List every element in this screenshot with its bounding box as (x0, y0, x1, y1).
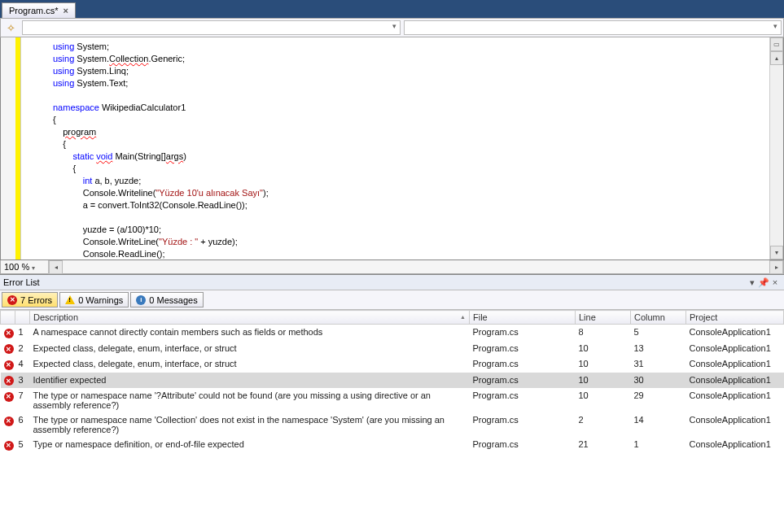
error-column: 14 (631, 412, 686, 437)
error-number: 6 (15, 412, 30, 437)
error-file: Program.cs (470, 388, 576, 412)
error-number: 3 (15, 373, 30, 389)
code-line[interactable]: { (48, 114, 769, 126)
error-row[interactable]: ✕7The type or namespace name '?Attribute… (1, 388, 784, 412)
code-line[interactable]: static void Main(String[]args) (48, 150, 769, 163)
code-line[interactable]: yuzde = (a/100)*10; (48, 224, 769, 236)
error-project: ConsoleApplication1 (686, 412, 784, 437)
close-icon[interactable]: × (64, 6, 68, 15)
editor-footer: 100 % ▾ ◂ ▸ (0, 260, 784, 274)
error-line: 10 (576, 356, 631, 373)
error-icon: ✕ (1, 437, 15, 453)
error-list-grid: Description▲FileLineColumnProject ✕1A na… (0, 309, 784, 532)
code-line[interactable]: Console.WriteLine("Yüzde : " + yuzde); (48, 236, 769, 248)
code-line[interactable]: using System.Collection.Generic; (48, 53, 769, 65)
error-icon: ✕ (1, 373, 15, 389)
error-line: 10 (576, 341, 631, 357)
types-dropdown[interactable] (22, 20, 401, 35)
code-line[interactable]: int a, b, yuzde; (48, 175, 769, 187)
column-header[interactable] (1, 311, 15, 325)
error-row[interactable]: ✕4Expected class, delegate, enum, interf… (1, 356, 784, 373)
code-editor: using System;−using System.Collection.Ge… (0, 37, 784, 260)
scroll-down-icon[interactable]: ▾ (770, 246, 783, 259)
error-file: Program.cs (470, 325, 576, 341)
error-number: 2 (15, 341, 30, 357)
error-line: 21 (576, 437, 631, 453)
error-row[interactable]: ✕6The type or namespace name 'Collection… (1, 412, 784, 437)
code-line[interactable]: using System;− (48, 41, 769, 53)
error-column: 29 (631, 388, 686, 412)
tab-title: Program.cs* (9, 6, 59, 15)
messages-filter[interactable]: i 0 Messages (130, 292, 203, 307)
column-header[interactable]: Description▲ (30, 311, 470, 325)
pin-icon[interactable]: 📌 (758, 277, 769, 288)
code-area[interactable]: using System;−using System.Collection.Ge… (48, 37, 769, 259)
error-project: ConsoleApplication1 (686, 388, 784, 412)
code-line[interactable]: { (48, 138, 769, 150)
editor-gutter (1, 37, 48, 259)
error-description: Type or namespace definition, or end-of-… (30, 437, 470, 453)
code-line[interactable]: using System.Linq; (48, 65, 769, 77)
error-row[interactable]: ✕2Expected class, delegate, enum, interf… (1, 341, 784, 357)
window-position-icon[interactable]: ▾ (747, 277, 758, 288)
code-line[interactable]: Console.ReadLine(); (48, 248, 769, 259)
column-header[interactable]: Column (631, 311, 686, 325)
errors-count: 7 Errors (20, 295, 52, 305)
error-column: 1 (631, 437, 686, 453)
zoom-level[interactable]: 100 % ▾ (1, 262, 48, 272)
code-line[interactable]: program (48, 126, 769, 138)
info-icon: i (136, 295, 146, 305)
warning-icon (65, 295, 75, 304)
error-description: A namespace cannot directly contain memb… (30, 325, 470, 341)
code-line[interactable]: namespace WikipediaCalculator1− (48, 102, 769, 114)
error-project: ConsoleApplication1 (686, 437, 784, 453)
document-tab[interactable]: Program.cs* × (2, 2, 76, 18)
horizontal-scrollbar[interactable]: ◂ ▸ (48, 260, 783, 274)
error-row[interactable]: ✕1A namespace cannot directly contain me… (1, 325, 784, 341)
column-header[interactable]: File (470, 311, 576, 325)
error-icon: ✕ (1, 325, 15, 341)
error-project: ConsoleApplication1 (686, 325, 784, 341)
errors-filter[interactable]: ✕ 7 Errors (2, 292, 58, 307)
navigate-icon[interactable]: ✧ (2, 20, 19, 36)
column-header[interactable]: Project (686, 311, 784, 325)
error-line: 10 (576, 388, 631, 412)
code-line[interactable] (48, 211, 769, 224)
document-tab-bar: Program.cs* × (0, 0, 784, 18)
error-filter-bar: ✕ 7 Errors 0 Warnings i 0 Messages (0, 290, 784, 309)
scroll-right-icon[interactable]: ▸ (769, 260, 783, 274)
error-project: ConsoleApplication1 (686, 373, 784, 389)
code-line[interactable] (48, 89, 769, 102)
messages-count: 0 Messages (149, 295, 197, 305)
panel-title: Error List (3, 277, 40, 287)
error-number: 7 (15, 388, 30, 412)
error-column: 13 (631, 341, 686, 357)
scroll-up-icon[interactable]: ▴ (770, 51, 783, 65)
error-line: 8 (576, 325, 631, 341)
close-panel-icon[interactable]: × (769, 277, 781, 287)
split-icon[interactable]: ▭ (770, 37, 783, 51)
error-description: Expected class, delegate, enum, interfac… (30, 356, 470, 373)
code-line[interactable]: a = convert.ToInt32(Console.ReadLine()); (48, 199, 769, 211)
error-row[interactable]: ✕3Identifier expectedProgram.cs1030Conso… (1, 373, 784, 389)
code-line[interactable]: using System.Text; (48, 77, 769, 89)
error-icon: ✕ (7, 295, 17, 305)
error-column: 30 (631, 373, 686, 389)
column-header[interactable] (15, 311, 30, 325)
error-list-titlebar: Error List ▾ 📌 × (0, 274, 784, 290)
error-file: Program.cs (470, 412, 576, 437)
error-row[interactable]: ✕5Type or namespace definition, or end-o… (1, 437, 784, 453)
code-line[interactable]: { (48, 163, 769, 175)
members-toolbar: ✧ (0, 18, 784, 37)
error-icon: ✕ (1, 412, 15, 437)
warnings-filter[interactable]: 0 Warnings (59, 292, 129, 307)
error-file: Program.cs (470, 373, 576, 389)
code-line[interactable]: Console.Writeline("Yüzde 10'u alınacak S… (48, 187, 769, 199)
column-header[interactable]: Line (576, 311, 631, 325)
error-number: 5 (15, 437, 30, 453)
error-file: Program.cs (470, 356, 576, 373)
scroll-left-icon[interactable]: ◂ (49, 260, 63, 274)
error-file: Program.cs (470, 437, 576, 453)
members-dropdown[interactable] (404, 20, 782, 35)
vertical-scrollbar[interactable]: ▭ ▴ ▾ (769, 37, 783, 259)
